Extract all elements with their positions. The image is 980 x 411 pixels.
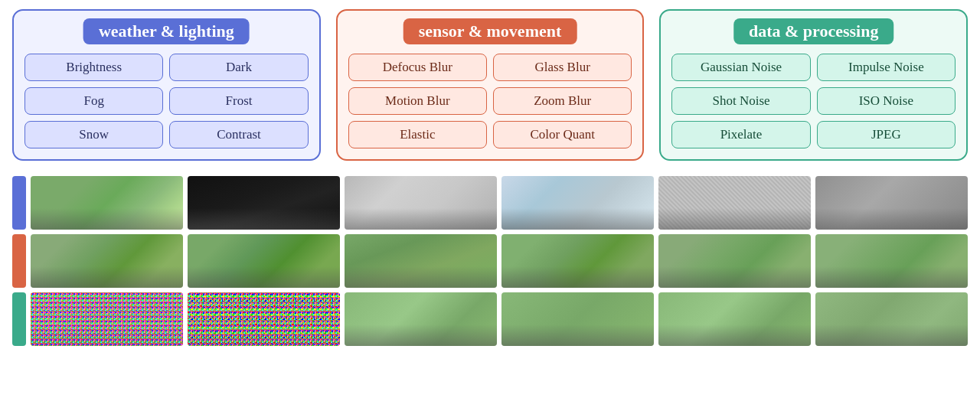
img-blue-2: [188, 176, 340, 230]
item-defocus-blur[interactable]: Defocus Blur: [348, 54, 487, 81]
row-indicator-blue: [12, 176, 26, 230]
data-processing-title: data & processing: [733, 18, 894, 44]
img-teal-4: [501, 292, 654, 346]
img-orange-5: [658, 234, 811, 288]
img-orange-6: [815, 234, 968, 288]
item-brightness[interactable]: Brightness: [24, 54, 163, 81]
weather-lighting-box: weather & lighting Brightness Dark Fog F…: [12, 9, 321, 161]
img-teal-6: [815, 292, 968, 346]
data-processing-grid: Gaussian Noise Impulse Noise Shot Noise …: [671, 54, 956, 148]
row-indicator-teal: [12, 292, 26, 346]
sensor-movement-box: sensor & movement Defocus Blur Glass Blu…: [336, 9, 645, 161]
img-blue-1: [31, 176, 183, 230]
img-teal-2: [188, 292, 340, 346]
img-orange-4: [501, 234, 654, 288]
img-teal-5: [658, 292, 811, 346]
item-impulse-noise[interactable]: Impulse Noise: [817, 54, 956, 81]
img-orange-3: [345, 234, 497, 288]
item-elastic[interactable]: Elastic: [348, 121, 487, 148]
image-row-blue: [12, 176, 968, 230]
img-orange-1: [31, 234, 183, 288]
item-frost[interactable]: Frost: [169, 87, 308, 115]
row-indicator-orange: [12, 234, 26, 288]
img-orange-2: [188, 234, 340, 288]
images-section: [12, 176, 968, 346]
sensor-movement-title: sensor & movement: [403, 18, 577, 44]
item-gaussian-noise[interactable]: Gaussian Noise: [671, 54, 810, 81]
item-color-quant[interactable]: Color Quant: [493, 121, 632, 148]
item-glass-blur[interactable]: Glass Blur: [493, 54, 632, 81]
img-teal-1: [31, 292, 183, 346]
item-snow[interactable]: Snow: [24, 121, 163, 148]
item-pixelate[interactable]: Pixelate: [671, 121, 810, 148]
item-shot-noise[interactable]: Shot Noise: [671, 87, 810, 115]
data-processing-box: data & processing Gaussian Noise Impulse…: [659, 9, 968, 161]
item-zoom-blur[interactable]: Zoom Blur: [493, 87, 632, 115]
image-row-teal: [12, 292, 968, 346]
item-fog[interactable]: Fog: [24, 87, 163, 115]
item-dark[interactable]: Dark: [169, 54, 308, 81]
categories-row: weather & lighting Brightness Dark Fog F…: [12, 9, 968, 161]
item-contrast[interactable]: Contrast: [169, 121, 308, 148]
img-blue-3: [345, 176, 497, 230]
weather-lighting-grid: Brightness Dark Fog Frost Snow Contrast: [24, 54, 309, 148]
item-jpeg[interactable]: JPEG: [817, 121, 956, 148]
img-blue-5: [658, 176, 811, 230]
img-blue-6: [815, 176, 968, 230]
image-row-orange: [12, 234, 968, 288]
img-teal-3: [345, 292, 497, 346]
sensor-movement-grid: Defocus Blur Glass Blur Motion Blur Zoom…: [348, 54, 632, 148]
img-blue-4: [501, 176, 654, 230]
item-iso-noise[interactable]: ISO Noise: [817, 87, 956, 115]
item-motion-blur[interactable]: Motion Blur: [348, 87, 487, 115]
weather-lighting-title: weather & lighting: [83, 18, 250, 44]
main-container: weather & lighting Brightness Dark Fog F…: [0, 0, 980, 355]
